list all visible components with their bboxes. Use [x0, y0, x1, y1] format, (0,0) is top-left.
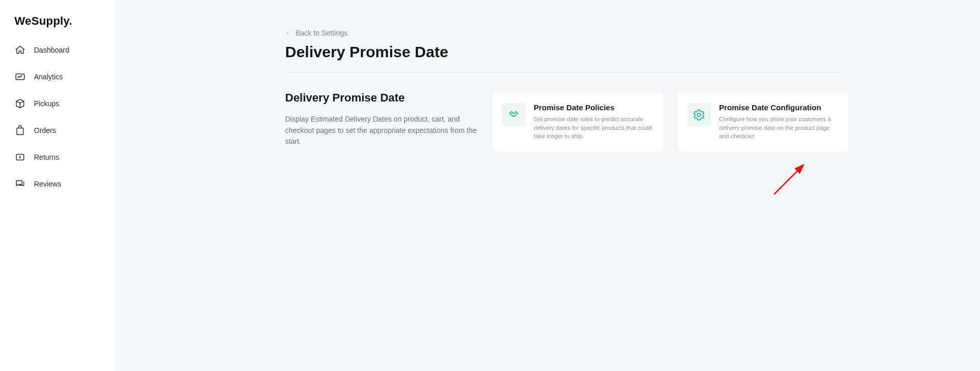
chat-icon: [14, 178, 26, 190]
handshake-icon: [502, 103, 526, 127]
nav-label: Dashboard: [34, 46, 69, 54]
gear-icon: [687, 103, 711, 127]
box-icon: [14, 98, 26, 109]
card-description: Set promise date rules to predict accura…: [534, 115, 653, 141]
card-description: Configure how you show your customers a …: [719, 115, 838, 141]
main-area: Back to Settings Delivery Promise Date D…: [115, 0, 980, 371]
nav-label: Analytics: [34, 73, 63, 81]
divider: [285, 72, 843, 73]
return-icon: [14, 151, 26, 163]
card-promise-date-configuration[interactable]: Promise Date Configuration Configure how…: [676, 91, 849, 153]
brand-logo: WeSupply.: [14, 14, 107, 28]
sidebar-item-analytics[interactable]: Analytics: [14, 71, 107, 82]
sidebar-item-returns[interactable]: Returns: [14, 151, 107, 163]
svg-point-3: [697, 113, 701, 117]
page-title: Delivery Promise Date: [285, 43, 843, 61]
house-icon: [14, 44, 26, 56]
card-title: Promise Date Configuration: [719, 103, 838, 112]
svg-line-4: [774, 165, 803, 194]
cards: Promise Date Policies Set promise date r…: [491, 91, 849, 153]
section-title: Delivery Promise Date: [285, 91, 479, 105]
nav-label: Pickups: [34, 99, 59, 108]
sidebar-item-reviews[interactable]: Reviews: [14, 178, 107, 190]
bag-icon: [14, 125, 26, 136]
svg-rect-1: [17, 128, 24, 134]
sidebar-item-orders[interactable]: Orders: [14, 125, 107, 136]
back-link-label: Back to Settings: [295, 29, 347, 37]
annotation-arrow: [772, 161, 813, 197]
nav-label: Orders: [34, 126, 56, 134]
analytics-icon: [14, 71, 26, 82]
card-promise-date-policies[interactable]: Promise Date Policies Set promise date r…: [491, 91, 664, 153]
back-to-settings-link[interactable]: Back to Settings: [285, 29, 843, 37]
sidebar-item-pickups[interactable]: Pickups: [14, 98, 107, 109]
sidebar-nav: Dashboard Analytics Pickups: [14, 44, 107, 190]
section-row: Delivery Promise Date Display Estimated …: [285, 91, 843, 153]
section-description: Display Estimated Delivery Dates on prod…: [285, 114, 479, 147]
content: Back to Settings Delivery Promise Date D…: [285, 29, 843, 153]
section-intro: Delivery Promise Date Display Estimated …: [285, 91, 479, 147]
card-body: Promise Date Policies Set promise date r…: [534, 103, 653, 141]
sidebar-item-dashboard[interactable]: Dashboard: [14, 44, 107, 56]
nav-label: Returns: [34, 153, 59, 161]
sidebar: WeSupply. Dashboard Analytics: [0, 0, 115, 371]
svg-rect-2: [16, 155, 24, 160]
card-title: Promise Date Policies: [534, 103, 653, 112]
card-body: Promise Date Configuration Configure how…: [719, 103, 838, 141]
nav-label: Reviews: [34, 180, 61, 188]
chevron-left-icon: [285, 30, 290, 36]
